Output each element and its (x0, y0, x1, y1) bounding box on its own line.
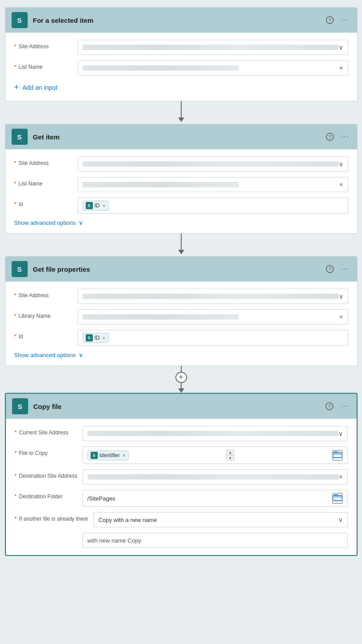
input-list-name-1[interactable]: × (78, 60, 348, 76)
field-row-copy-name: with new name Copy (15, 533, 348, 548)
tag-close-2[interactable]: × (103, 203, 105, 208)
library-name-blur-3 (83, 314, 239, 320)
label-library-name-3: * Library Name (14, 309, 72, 319)
field-row-dest-site-4: * Destination Site Address × (15, 469, 348, 484)
arrow-head-1 (178, 118, 184, 122)
card-title-4: Copy file (33, 403, 320, 410)
more-button-4[interactable]: ··· (340, 401, 350, 411)
field-row-library-name-3: * Library Name × (14, 309, 348, 324)
more-button-2[interactable]: ··· (340, 132, 350, 142)
help-button-1[interactable]: ? (325, 15, 335, 25)
card-title-1: For a selected item (33, 17, 320, 24)
field-row-site-address-3: * Site Address ∨ (14, 289, 348, 304)
label-dest-folder-4: * Destination Folder (15, 490, 77, 500)
label-id-2: * Id (14, 198, 72, 207)
if-another-value: Copy with a new name (98, 517, 157, 523)
help-button-2[interactable]: ? (325, 132, 335, 142)
arrow-line-top (181, 366, 182, 372)
input-id-2[interactable]: S ID × (78, 198, 348, 214)
svg-text:?: ? (329, 266, 331, 272)
folder-browse-button[interactable] (332, 450, 343, 461)
field-row-current-site-4: * Current Site Address ∨ (15, 426, 348, 441)
add-input-button[interactable]: + Add an input (14, 81, 348, 94)
arrow-line-1 (181, 101, 182, 118)
label-id-3: * Id (14, 330, 72, 340)
card-body-3: * Site Address ∨ * Library Name × (5, 282, 357, 366)
tag-chip-identifier: S Identifier × (87, 450, 129, 460)
clear-icon-3[interactable]: × (339, 313, 343, 320)
tag-close-identifier[interactable]: × (123, 453, 125, 458)
label-file-to-copy-4: * File to Copy (15, 446, 77, 456)
field-row-if-another-4: * If another file is already there Copy … (15, 512, 348, 527)
input-dest-site-4[interactable]: × (83, 469, 347, 484)
tag-close-3[interactable]: × (103, 335, 105, 341)
arrow-connector-plus: + (175, 366, 187, 393)
stepper-up[interactable]: ▲ (226, 450, 234, 455)
card-body-1: * Site Address ∨ * List Name × (5, 33, 357, 101)
show-advanced-button-3[interactable]: Show advanced options ∨ (14, 351, 348, 358)
arrow-head-plus (178, 388, 184, 393)
dropdown-icon-3: ∨ (339, 293, 343, 300)
label-site-address-2: * Site Address (14, 156, 72, 166)
stepper-icon: ▲ ▼ (226, 450, 234, 461)
input-current-site-4[interactable]: ∨ (83, 426, 348, 441)
input-library-name-3[interactable]: × (78, 309, 348, 324)
svg-rect-8 (333, 453, 342, 458)
card-actions-2: ? ··· (325, 132, 350, 142)
help-button-4[interactable]: ? (325, 401, 334, 411)
card-header-2: S Get item ? ··· (5, 124, 357, 149)
input-id-3[interactable]: S ID × (78, 330, 348, 346)
site-address-blur-1 (83, 45, 339, 50)
label-list-name-1: * List Name (14, 60, 72, 70)
svg-text:?: ? (329, 17, 331, 23)
sharepoint-icon-3: S (12, 261, 28, 277)
input-site-address-3[interactable]: ∨ (78, 289, 348, 304)
tag-chip-icon-2: S (86, 202, 93, 209)
card-header-4: S Copy file ? ··· (6, 394, 357, 419)
site-address-blur-3 (83, 294, 339, 299)
dest-folder-value: /SitePages (87, 495, 116, 502)
folder-browse-button-2[interactable] (332, 493, 343, 504)
input-site-address-1[interactable]: ∨ (78, 40, 348, 55)
help-button-3[interactable]: ? (325, 264, 335, 274)
card-title-2: Get item (33, 133, 320, 141)
clear-icon-dest[interactable]: × (339, 473, 342, 480)
field-row-list-name-1: * List Name × (14, 60, 348, 76)
field-row-list-name-2: * List Name × (14, 177, 348, 192)
input-file-to-copy-4[interactable]: S Identifier × ▲ ▼ (83, 446, 348, 464)
svg-text:?: ? (328, 404, 331, 409)
field-row-dest-folder-4: * Destination Folder /SitePages (15, 490, 348, 507)
clear-icon-1[interactable]: × (339, 64, 343, 72)
dest-site-blur-4 (87, 474, 339, 480)
clear-icon-2[interactable]: × (339, 181, 343, 188)
more-button-3[interactable]: ··· (340, 264, 350, 274)
field-row-site-address-1: * Site Address ∨ (14, 40, 348, 55)
sharepoint-icon-4: S (12, 398, 28, 414)
arrow-head-2 (178, 250, 184, 254)
stepper-down[interactable]: ▼ (226, 455, 234, 461)
card-header-3: S Get file properties ? ··· (5, 257, 357, 282)
card-title-3: Get file properties (33, 265, 320, 273)
sharepoint-icon-2: S (12, 129, 28, 145)
arrow-line-bottom (181, 383, 182, 389)
input-dest-folder-4[interactable]: /SitePages (83, 490, 348, 507)
arrow-connector-2 (178, 234, 184, 256)
tag-chip-id-2: S ID × (83, 201, 108, 210)
field-row-site-address-2: * Site Address ∨ (14, 156, 348, 172)
show-advanced-button-2[interactable]: Show advanced options ∨ (14, 219, 348, 226)
card-get-item: S Get item ? ··· * Site Add (5, 124, 358, 234)
input-site-address-2[interactable]: ∨ (78, 156, 348, 172)
input-copy-name[interactable]: with new name Copy (83, 533, 348, 548)
input-if-another-4[interactable]: Copy with a new name ∨ (93, 512, 347, 527)
card-for-selected-item: S For a selected item ? ··· * (5, 7, 358, 101)
label-if-another-4: * If another file is already there (15, 512, 88, 522)
copy-name-text: with new name Copy (87, 537, 141, 544)
card-body-4: * Current Site Address ∨ * File to Copy … (6, 419, 357, 555)
more-button-1[interactable]: ··· (340, 15, 350, 25)
add-step-button[interactable]: + (175, 372, 187, 383)
card-body-2: * Site Address ∨ * List Name × (5, 149, 357, 233)
dropdown-icon-if-another: ∨ (338, 516, 343, 523)
label-current-site-4: * Current Site Address (15, 426, 77, 436)
input-list-name-2[interactable]: × (78, 177, 348, 192)
card-copy-file: S Copy file ? ··· * Current (5, 393, 358, 556)
